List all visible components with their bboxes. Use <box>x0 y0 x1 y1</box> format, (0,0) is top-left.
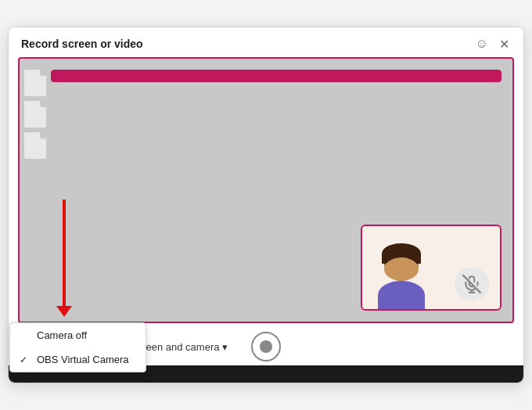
screen-mockup <box>51 70 501 82</box>
page-icon-1 <box>24 70 46 96</box>
mic-muted-icon <box>455 267 489 301</box>
red-arrow <box>63 200 66 309</box>
camera-off-check <box>20 330 31 341</box>
close-button[interactable]: ✕ <box>497 37 511 51</box>
record-inner <box>260 340 272 353</box>
avatar-body <box>378 281 425 309</box>
titlebar: Record screen or video ☺ ✕ <box>9 27 523 57</box>
obs-virtual-label: OBS Virtual Camera <box>37 354 129 365</box>
camera-overlay <box>361 225 501 311</box>
record-window: Record screen or video ☺ ✕ <box>8 27 524 383</box>
screen-camera-chevron: ▾ <box>222 341 228 353</box>
preview-area <box>18 57 514 323</box>
emoji-button[interactable]: ☺ <box>475 37 489 51</box>
camera-dropdown-menu: Camera off ✓ OBS Virtual Camera <box>9 322 146 372</box>
dropdown-item-camera-off[interactable]: Camera off <box>10 323 146 347</box>
obs-virtual-check: ✓ <box>20 354 31 365</box>
camera-off-label: Camera off <box>37 329 87 341</box>
left-icons <box>20 59 51 170</box>
avatar-head <box>384 246 419 281</box>
dropdown-item-obs-virtual[interactable]: ✓ OBS Virtual Camera <box>10 347 146 372</box>
record-button[interactable] <box>251 332 281 361</box>
page-icon-3 <box>24 132 46 159</box>
page-icon-2 <box>24 101 46 128</box>
avatar-face <box>384 257 419 281</box>
mockup-titlebar <box>51 70 501 82</box>
window-title: Record screen or video <box>21 38 143 50</box>
avatar-figure <box>362 246 425 309</box>
titlebar-controls: ☺ ✕ <box>475 37 511 51</box>
